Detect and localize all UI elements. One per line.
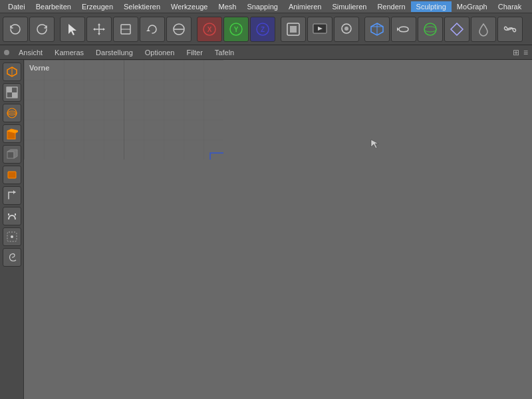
- menu-selektieren[interactable]: Selektieren: [118, 1, 166, 12]
- object-mode-btn[interactable]: [3, 63, 21, 81]
- x-axis-button[interactable]: X: [197, 17, 222, 42]
- rotate-tool-button[interactable]: [140, 17, 165, 42]
- grid-canvas: [24, 60, 223, 160]
- vp-menu-ansicht[interactable]: Ansicht: [13, 47, 48, 58]
- cube3d-btn[interactable]: [3, 145, 21, 164]
- menu-bearbeiten[interactable]: Bearbeiten: [31, 1, 76, 12]
- svg-rect-50: [24, 60, 223, 160]
- menu-mograph[interactable]: MoGraph: [452, 1, 493, 12]
- menu-sculpting[interactable]: Sculpting: [411, 1, 452, 12]
- infinity-btn[interactable]: [497, 17, 523, 42]
- viewport[interactable]: Vorne: [24, 60, 532, 399]
- sphere3d-btn[interactable]: [418, 17, 443, 42]
- svg-marker-30: [451, 23, 463, 35]
- svg-rect-19: [290, 26, 297, 33]
- vp-menu-kameras[interactable]: Kameras: [49, 47, 89, 58]
- deform-btn[interactable]: [3, 248, 21, 267]
- menu-werkzeuge[interactable]: Werkzeuge: [166, 1, 213, 12]
- svg-point-29: [424, 27, 436, 32]
- svg-marker-6: [103, 28, 105, 31]
- vp-menu-optionen[interactable]: Optionen: [140, 47, 180, 58]
- svg-text:X: X: [207, 26, 212, 33]
- menu-animieren[interactable]: Animieren: [283, 1, 327, 12]
- svg-rect-43: [8, 172, 16, 178]
- menu-erzeugen[interactable]: Erzeugen: [76, 1, 118, 12]
- svg-rect-41: [7, 152, 14, 158]
- left-toolbar: [0, 60, 24, 399]
- svg-marker-0: [68, 24, 76, 35]
- svg-marker-44: [13, 190, 15, 194]
- circle-x-button[interactable]: [166, 17, 192, 42]
- main-toolbar: X Y Z: [0, 13, 532, 45]
- viewport-label: Vorne: [29, 64, 49, 72]
- subdivision-btn[interactable]: [3, 104, 21, 122]
- viewport-menu-btn[interactable]: ≡: [523, 48, 528, 57]
- viewport-header: Ansicht Kameras Darstellung Optionen Fil…: [0, 45, 532, 60]
- menu-simulieren[interactable]: Simulieren: [327, 1, 372, 12]
- undo-button[interactable]: [3, 17, 28, 42]
- y-axis-button[interactable]: Y: [223, 17, 249, 42]
- box3d-btn[interactable]: [364, 17, 390, 42]
- svg-text:Z: Z: [261, 26, 265, 33]
- loop-btn[interactable]: [391, 17, 416, 42]
- svg-marker-9: [146, 29, 150, 31]
- svg-rect-34: [7, 87, 12, 92]
- svg-marker-27: [397, 27, 399, 31]
- viewport-expand-btn[interactable]: ⊞: [513, 48, 519, 57]
- move-tool-button[interactable]: [86, 17, 112, 42]
- svg-text:Y: Y: [234, 26, 239, 33]
- scale-tool-button[interactable]: [113, 17, 138, 42]
- select-tool-button[interactable]: [60, 17, 85, 42]
- drop-btn[interactable]: [471, 17, 496, 42]
- menu-datei[interactable]: Datei: [3, 1, 31, 12]
- render-btn-2[interactable]: [334, 17, 359, 42]
- svg-marker-4: [98, 33, 100, 35]
- menu-mesh[interactable]: Mesh: [213, 1, 241, 12]
- menu-snapping[interactable]: Snapping: [241, 1, 283, 12]
- object-btn-1[interactable]: [281, 17, 306, 42]
- main-area: Vorne: [0, 60, 532, 399]
- vp-menu-darstellung[interactable]: Darstellung: [90, 47, 138, 58]
- svg-point-23: [344, 27, 348, 31]
- z-axis-button[interactable]: Z: [250, 17, 275, 42]
- texture-btn[interactable]: [3, 83, 21, 102]
- svg-marker-5: [93, 28, 95, 31]
- svg-point-28: [424, 23, 436, 35]
- cube-front-btn[interactable]: [3, 124, 21, 143]
- mouse-cursor: [370, 138, 378, 146]
- viewport-menu-icon: [4, 50, 9, 55]
- spline-tool-btn[interactable]: [3, 186, 21, 205]
- diamond3d-btn[interactable]: [444, 17, 469, 42]
- svg-marker-68: [371, 140, 378, 148]
- menu-rendern[interactable]: Rendern: [372, 1, 410, 12]
- cube-bottom-btn[interactable]: [3, 166, 21, 184]
- svg-marker-3: [98, 23, 100, 25]
- redo-button[interactable]: [29, 17, 55, 42]
- svg-point-48: [11, 235, 13, 238]
- magnet-btn[interactable]: [3, 207, 21, 225]
- snap-btn[interactable]: [3, 227, 21, 246]
- menu-charak[interactable]: Charak: [493, 1, 527, 12]
- menu-bar: Datei Bearbeiten Erzeugen Selektieren We…: [0, 0, 532, 13]
- svg-rect-35: [12, 92, 17, 98]
- vp-menu-tafeln[interactable]: Tafeln: [209, 47, 239, 58]
- vp-menu-filter[interactable]: Filter: [181, 47, 207, 58]
- render-btn-1[interactable]: [307, 17, 332, 42]
